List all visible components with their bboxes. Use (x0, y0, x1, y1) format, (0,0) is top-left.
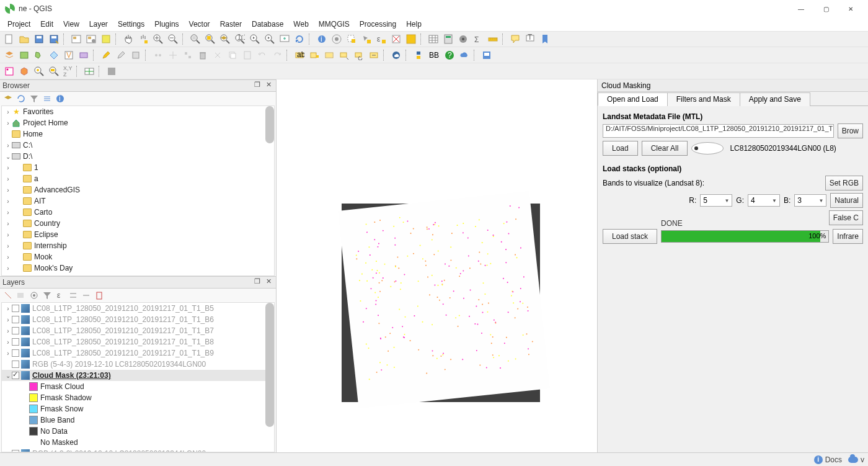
action-icon[interactable] (330, 32, 343, 46)
menu-plugins[interactable]: Plugins (149, 18, 184, 30)
paste-icon[interactable] (241, 48, 254, 62)
browser-item[interactable]: ›Eclipse (2, 229, 274, 240)
menu-layer[interactable]: Layer (84, 18, 113, 30)
label-move-icon[interactable] (337, 48, 351, 62)
layer-add-group-icon[interactable] (16, 290, 27, 301)
browser-item[interactable]: ›★Favorites (2, 106, 274, 117)
layer-visibility-checkbox[interactable] (12, 372, 19, 379)
layer-item[interactable]: RGB (4-3-2) 2019-12-10 LC81280502019344L… (2, 448, 274, 452)
layer-expand-icon[interactable] (68, 290, 79, 301)
save-edits-icon[interactable] (114, 48, 128, 62)
bookmarks-icon[interactable] (538, 32, 552, 46)
zoom-in-icon[interactable] (151, 32, 165, 46)
set-rgb-button[interactable]: Set RGB (825, 176, 863, 190)
tab-apply-and-save[interactable]: Apply and Save (740, 92, 810, 106)
layer-visibility-checkbox[interactable] (12, 338, 19, 346)
vector-edit-icon[interactable] (2, 65, 16, 78)
layer-item[interactable]: ›LC08_L1TP_128050_20191210_20191217_01_T… (2, 325, 274, 336)
status-docs[interactable]: i Docs (814, 455, 842, 464)
tab-open-and-load[interactable]: Open and Load (598, 92, 668, 106)
open-project-icon[interactable] (17, 32, 31, 46)
cut-icon[interactable] (211, 48, 224, 62)
layer-item[interactable]: ›LC08_L1TP_128050_20191210_20191217_01_T… (2, 303, 274, 314)
properties-widget-icon[interactable]: i (55, 93, 66, 104)
zoom-layer-icon[interactable] (218, 32, 232, 46)
maptips-icon[interactable] (508, 32, 522, 46)
zoom-next-icon[interactable] (263, 32, 277, 46)
browser-item[interactable]: ›Project Home (2, 117, 274, 128)
legend-item[interactable]: Fmask Shadow (2, 392, 274, 403)
plugin-help-icon[interactable]: ? (443, 48, 456, 62)
zoom-selection-icon[interactable] (203, 32, 217, 46)
legend-item[interactable]: Blue Band (2, 414, 274, 426)
browser-item[interactable]: ⌄D:\ (2, 151, 274, 162)
menu-project[interactable]: Project (2, 18, 35, 30)
add-layer-icon[interactable] (2, 93, 14, 104)
legend-item[interactable]: Fmask Snow (2, 403, 274, 414)
edit-toggle-icon[interactable] (99, 48, 113, 62)
dock-header[interactable]: Cloud Masking (598, 79, 868, 92)
layer-visibility-checkbox[interactable] (12, 349, 19, 357)
scrollbar-thumb[interactable] (265, 303, 274, 427)
new-virtual-layer-icon[interactable]: V (62, 48, 76, 62)
status-cloud[interactable]: v (848, 455, 864, 464)
xy-icon[interactable]: X,YZ (62, 65, 74, 78)
browser-item[interactable]: ›C:\ (2, 140, 274, 151)
toolbox-icon[interactable] (456, 32, 470, 46)
undo-icon[interactable] (255, 48, 269, 62)
select-icon[interactable] (345, 32, 358, 46)
menu-processing[interactable]: Processing (355, 18, 401, 30)
node-tool-icon[interactable] (181, 48, 195, 62)
menu-web[interactable]: Web (288, 18, 313, 30)
map-canvas[interactable] (277, 79, 598, 452)
refresh-icon[interactable] (293, 32, 306, 46)
browser-float-icon[interactable]: ❐ (252, 81, 262, 91)
menu-vector[interactable]: Vector (184, 18, 215, 30)
layer-item[interactable]: ⌄Cloud Mask (23:21:03) (2, 370, 274, 381)
maximize-button[interactable]: ▢ (813, 6, 838, 12)
select-all-icon[interactable] (404, 32, 418, 46)
menu-mmqgis[interactable]: MMQGIS (314, 18, 355, 30)
zoom-rect-icon[interactable] (47, 65, 61, 78)
pan-to-selection-icon[interactable] (136, 32, 150, 46)
browser-close-icon[interactable]: ✕ (264, 81, 273, 91)
g-select[interactable]: 4▼ (748, 194, 780, 207)
browser-item[interactable]: ›Country (2, 218, 274, 229)
add-feature-icon[interactable] (151, 48, 165, 62)
browse-button[interactable]: Brow (838, 123, 863, 138)
browser-item[interactable]: ›a (2, 173, 274, 184)
layer-item[interactable]: ›LC08_L1TP_128050_20191210_20191217_01_T… (2, 347, 274, 359)
new-memory-layer-icon[interactable] (77, 48, 91, 62)
browser-item[interactable]: ›AdvancedGIS (2, 184, 274, 195)
statistics-icon[interactable]: Σ (471, 32, 485, 46)
tab-filters-and-mask[interactable]: Filters and Mask (667, 92, 740, 106)
browser-item[interactable]: ›AIT (2, 195, 274, 207)
field-calc-icon[interactable] (441, 32, 455, 46)
layer-visibility-checkbox[interactable] (12, 316, 19, 323)
layer-visibility-checkbox[interactable] (12, 305, 19, 312)
menu-view[interactable]: View (58, 18, 84, 30)
new-geopackage-icon[interactable] (17, 48, 31, 62)
cloud-mask-dock-icon[interactable] (480, 48, 494, 62)
label-rotate-icon[interactable] (352, 48, 366, 62)
menu-settings[interactable]: Settings (113, 18, 149, 30)
zoom-pt-icon[interactable] (32, 65, 46, 78)
menu-database[interactable]: Database (247, 18, 288, 30)
zoom-out-icon[interactable] (166, 32, 180, 46)
select-expr-icon[interactable]: ε (374, 32, 388, 46)
legend-item[interactable]: No Data (2, 426, 274, 437)
close-button[interactable]: ✕ (838, 6, 863, 12)
b-select[interactable]: 3▼ (794, 194, 826, 207)
layer-visibility-checkbox[interactable] (12, 450, 19, 452)
label-highlight-icon[interactable] (322, 48, 336, 62)
gray-plugin-icon[interactable] (105, 65, 118, 78)
save-as-icon[interactable] (47, 32, 61, 46)
new-layout-icon[interactable] (69, 32, 83, 46)
geocode-icon[interactable] (82, 65, 96, 78)
load-stack-button[interactable]: Load stack (603, 229, 657, 244)
layers-close-icon[interactable]: ✕ (264, 277, 273, 287)
new-map-view-icon[interactable] (278, 32, 291, 46)
identify-icon[interactable]: i (315, 32, 329, 46)
r-select[interactable]: 5▼ (700, 194, 732, 207)
style-manager-icon[interactable] (99, 32, 113, 46)
